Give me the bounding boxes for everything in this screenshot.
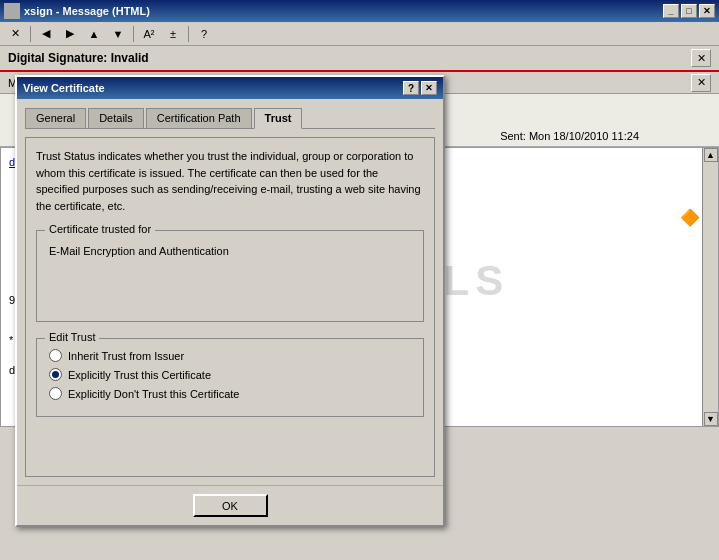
toolbar-close-btn[interactable]: ✕ [4,24,26,44]
dialog-footer: OK [17,485,443,525]
dialog-body: General Details Certification Path Trust… [17,99,443,485]
trust-description: Trust Status indicates whether you trust… [36,148,424,214]
radio-explicit-circle[interactable] [49,368,62,381]
tab-trust[interactable]: Trust [254,108,303,129]
toolbar-sep-2 [133,26,134,42]
radio-explicit-label: Explicitly Trust this Certificate [68,369,211,381]
ok-button[interactable]: OK [193,494,268,517]
toolbar-text-btn[interactable]: A² [138,24,160,44]
radio-inherit-label: Inherit Trust from Issuer [68,350,184,362]
dialog-close-button[interactable]: ✕ [421,81,437,95]
security-close-btn[interactable]: ✕ [691,74,711,92]
toolbar-down-btn[interactable]: ▼ [107,24,129,44]
tab-certpath[interactable]: Certification Path [146,108,252,128]
radio-inherit-circle[interactable] [49,349,62,362]
maximize-button[interactable]: □ [681,4,697,18]
minimize-button[interactable]: _ [663,4,679,18]
radio-inherit-trust[interactable]: Inherit Trust from Issuer [49,349,411,362]
scroll-up-arrow[interactable]: ▲ [704,148,718,162]
toolbar-help-btn[interactable]: ? [193,24,215,44]
tabs-container: General Details Certification Path Trust [25,107,435,129]
tab-details[interactable]: Details [88,108,144,128]
cert-trusted-for-label: Certificate trusted for [45,223,155,235]
tab-general[interactable]: General [25,108,86,128]
radio-dont-circle[interactable] [49,387,62,400]
trust-tab-content: Trust Status indicates whether you trust… [25,137,435,477]
toolbar-back-btn[interactable]: ◀ [35,24,57,44]
sent-value: Mon 18/10/2010 11:24 [529,130,639,142]
radio-dont-trust[interactable]: Explicitly Don't Trust this Certificate [49,387,411,400]
toolbar-plus-btn[interactable]: ± [162,24,184,44]
dialog-titlebar: View Certificate ? ✕ [17,77,443,99]
warning-icon: 🔶 [680,208,700,227]
bg-toolbar: ✕ ◀ ▶ ▲ ▼ A² ± ? [0,22,719,46]
body-scrollbar[interactable]: ▲ ▼ [702,148,718,426]
cert-trusted-for-box: Certificate trusted for E-Mail Encryptio… [36,230,424,322]
cert-trusted-for-value: E-Mail Encryption and Authentication [49,241,411,261]
signature-bar: Digital Signature: Invalid ✕ [0,46,719,72]
bg-titlebar-controls: _ □ ✕ [663,4,715,18]
dialog-help-button[interactable]: ? [403,81,419,95]
sent-label: Sent: [500,130,526,142]
toolbar-up-btn[interactable]: ▲ [83,24,105,44]
close-button[interactable]: ✕ [699,4,715,18]
bg-window-title: xsign - Message (HTML) [24,5,150,17]
scroll-track[interactable] [704,162,718,412]
toolbar-sep-3 [188,26,189,42]
radio-explicit-trust[interactable]: Explicitly Trust this Certificate [49,368,411,381]
bg-titlebar: xsign - Message (HTML) _ □ ✕ [0,0,719,22]
view-certificate-dialog: View Certificate ? ✕ General Details Cer… [15,75,445,527]
app-icon [4,3,20,19]
scroll-down-arrow[interactable]: ▼ [704,412,718,426]
edit-trust-label: Edit Trust [45,331,99,343]
radio-dont-label: Explicitly Don't Trust this Certificate [68,388,239,400]
edit-trust-box: Edit Trust Inherit Trust from Issuer Exp… [36,338,424,417]
dialog-title: View Certificate [23,82,105,94]
signature-status: Digital Signature: Invalid [8,51,149,65]
toolbar-forward-btn[interactable]: ▶ [59,24,81,44]
signature-close-btn[interactable]: ✕ [691,49,711,67]
toolbar-sep-1 [30,26,31,42]
dialog-controls: ? ✕ [403,81,437,95]
